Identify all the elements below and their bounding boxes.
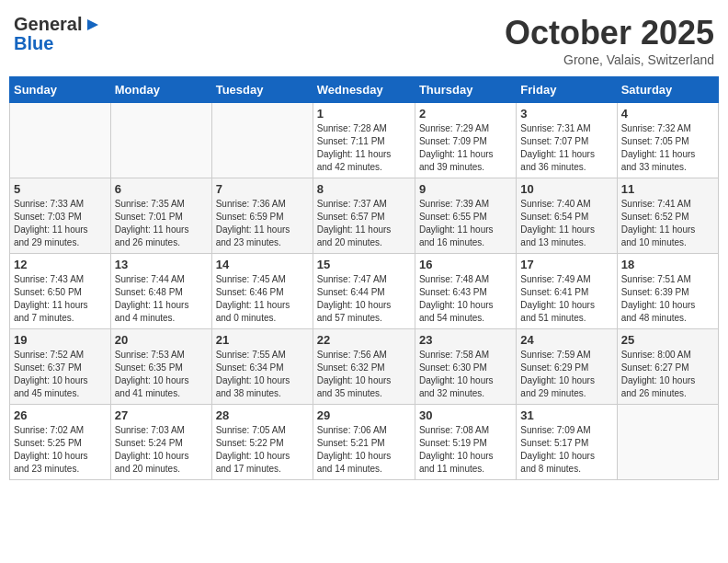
calendar-cell: 10Sunrise: 7:40 AM Sunset: 6:54 PM Dayli… [517,178,617,254]
day-number: 1 [317,107,411,121]
calendar-cell: 15Sunrise: 7:47 AM Sunset: 6:44 PM Dayli… [313,254,415,329]
day-number: 9 [419,182,512,196]
calendar-cell: 31Sunrise: 7:09 AM Sunset: 5:17 PM Dayli… [517,405,617,480]
calendar-cell: 23Sunrise: 7:58 AM Sunset: 6:30 PM Dayli… [415,329,516,405]
day-number: 25 [621,333,714,347]
day-info: Sunrise: 7:45 AM Sunset: 6:46 PM Dayligh… [216,273,309,325]
page-header: General Blue October 2025 Grone, Valais,… [9,9,719,67]
calendar-cell [211,103,313,178]
calendar-cell [10,103,111,178]
day-number: 6 [115,182,208,196]
day-info: Sunrise: 7:49 AM Sunset: 6:41 PM Dayligh… [520,273,612,325]
calendar-cell: 4Sunrise: 7:32 AM Sunset: 7:05 PM Daylig… [617,103,718,178]
day-header-thursday: Thursday [415,77,516,103]
day-info: Sunrise: 7:56 AM Sunset: 6:32 PM Dayligh… [317,349,411,400]
day-number: 23 [419,333,512,347]
calendar-cell: 12Sunrise: 7:43 AM Sunset: 6:50 PM Dayli… [10,254,111,329]
calendar-cell: 8Sunrise: 7:37 AM Sunset: 6:57 PM Daylig… [313,178,415,254]
day-number: 5 [14,182,107,196]
title-area: October 2025 Grone, Valais, Switzerland [505,14,714,67]
calendar-table: SundayMondayTuesdayWednesdayThursdayFrid… [9,76,719,480]
calendar-cell: 16Sunrise: 7:48 AM Sunset: 6:43 PM Dayli… [415,254,516,329]
calendar-cell: 6Sunrise: 7:35 AM Sunset: 7:01 PM Daylig… [110,178,211,254]
calendar-cell: 19Sunrise: 7:52 AM Sunset: 6:37 PM Dayli… [10,329,111,405]
day-info: Sunrise: 7:51 AM Sunset: 6:39 PM Dayligh… [621,273,714,325]
calendar-week-row: 12Sunrise: 7:43 AM Sunset: 6:50 PM Dayli… [10,254,719,329]
calendar-cell: 17Sunrise: 7:49 AM Sunset: 6:41 PM Dayli… [517,254,617,329]
day-number: 16 [419,258,512,271]
calendar-cell: 20Sunrise: 7:53 AM Sunset: 6:35 PM Dayli… [110,329,211,405]
calendar-cell: 13Sunrise: 7:44 AM Sunset: 6:48 PM Dayli… [110,254,211,329]
day-number: 4 [621,107,714,121]
day-number: 22 [317,333,411,347]
calendar-cell: 1Sunrise: 7:28 AM Sunset: 7:11 PM Daylig… [313,103,415,178]
logo-general-text: General [14,14,82,35]
calendar-cell: 28Sunrise: 7:05 AM Sunset: 5:22 PM Dayli… [211,405,313,480]
day-number: 19 [14,333,107,347]
day-info: Sunrise: 7:02 AM Sunset: 5:25 PM Dayligh… [14,424,107,476]
calendar-cell: 18Sunrise: 7:51 AM Sunset: 6:39 PM Dayli… [617,254,718,329]
day-info: Sunrise: 7:35 AM Sunset: 7:01 PM Dayligh… [115,198,208,249]
day-number: 2 [419,107,512,121]
day-number: 30 [419,408,512,422]
calendar-cell: 21Sunrise: 7:55 AM Sunset: 6:34 PM Dayli… [211,329,313,405]
day-info: Sunrise: 7:31 AM Sunset: 7:07 PM Dayligh… [520,122,612,174]
calendar-cell: 26Sunrise: 7:02 AM Sunset: 5:25 PM Dayli… [10,405,111,480]
day-info: Sunrise: 7:55 AM Sunset: 6:34 PM Dayligh… [216,349,309,400]
day-info: Sunrise: 7:40 AM Sunset: 6:54 PM Dayligh… [520,198,612,249]
day-number: 20 [115,333,208,347]
day-number: 11 [621,182,714,196]
day-number: 10 [520,182,612,196]
day-number: 27 [115,408,208,422]
day-info: Sunrise: 7:32 AM Sunset: 7:05 PM Dayligh… [621,122,714,174]
day-number: 17 [520,258,612,271]
calendar-week-row: 5Sunrise: 7:33 AM Sunset: 7:03 PM Daylig… [10,178,719,254]
day-header-sunday: Sunday [10,77,111,103]
day-number: 29 [317,408,411,422]
calendar-cell: 2Sunrise: 7:29 AM Sunset: 7:09 PM Daylig… [415,103,516,178]
day-number: 12 [14,258,107,271]
day-number: 15 [317,258,411,271]
day-number: 14 [216,258,309,271]
calendar-cell: 14Sunrise: 7:45 AM Sunset: 6:46 PM Dayli… [211,254,313,329]
svg-marker-0 [87,19,98,30]
day-info: Sunrise: 7:47 AM Sunset: 6:44 PM Dayligh… [317,273,411,325]
logo-flag-icon [85,17,100,32]
day-number: 28 [216,408,309,422]
logo-blue-text: Blue [14,33,53,54]
day-number: 24 [520,333,612,347]
calendar-cell: 5Sunrise: 7:33 AM Sunset: 7:03 PM Daylig… [10,178,111,254]
day-number: 31 [520,408,612,422]
day-info: Sunrise: 7:09 AM Sunset: 5:17 PM Dayligh… [520,424,612,476]
day-info: Sunrise: 7:36 AM Sunset: 6:59 PM Dayligh… [216,198,309,249]
day-header-tuesday: Tuesday [211,77,313,103]
day-info: Sunrise: 7:37 AM Sunset: 6:57 PM Dayligh… [317,198,411,249]
day-info: Sunrise: 7:08 AM Sunset: 5:19 PM Dayligh… [419,424,512,476]
day-number: 13 [115,258,208,271]
calendar-header-row: SundayMondayTuesdayWednesdayThursdayFrid… [10,77,719,103]
day-info: Sunrise: 8:00 AM Sunset: 6:27 PM Dayligh… [621,349,714,400]
calendar-cell: 27Sunrise: 7:03 AM Sunset: 5:24 PM Dayli… [110,405,211,480]
day-number: 21 [216,333,309,347]
day-info: Sunrise: 7:48 AM Sunset: 6:43 PM Dayligh… [419,273,512,325]
day-number: 26 [14,408,107,422]
day-header-saturday: Saturday [617,77,718,103]
calendar-cell: 9Sunrise: 7:39 AM Sunset: 6:55 PM Daylig… [415,178,516,254]
day-info: Sunrise: 7:58 AM Sunset: 6:30 PM Dayligh… [419,349,512,400]
calendar-cell [110,103,211,178]
day-number: 18 [621,258,714,271]
day-number: 7 [216,182,309,196]
day-info: Sunrise: 7:43 AM Sunset: 6:50 PM Dayligh… [14,273,107,325]
day-info: Sunrise: 7:44 AM Sunset: 6:48 PM Dayligh… [115,273,208,325]
day-header-friday: Friday [517,77,617,103]
calendar-cell: 11Sunrise: 7:41 AM Sunset: 6:52 PM Dayli… [617,178,718,254]
day-header-monday: Monday [110,77,211,103]
day-number: 3 [520,107,612,121]
calendar-cell: 7Sunrise: 7:36 AM Sunset: 6:59 PM Daylig… [211,178,313,254]
calendar-cell: 25Sunrise: 8:00 AM Sunset: 6:27 PM Dayli… [617,329,718,405]
day-info: Sunrise: 7:28 AM Sunset: 7:11 PM Dayligh… [317,122,411,174]
calendar-cell: 3Sunrise: 7:31 AM Sunset: 7:07 PM Daylig… [517,103,617,178]
day-info: Sunrise: 7:03 AM Sunset: 5:24 PM Dayligh… [115,424,208,476]
location-text: Grone, Valais, Switzerland [505,52,714,67]
day-info: Sunrise: 7:53 AM Sunset: 6:35 PM Dayligh… [115,349,208,400]
